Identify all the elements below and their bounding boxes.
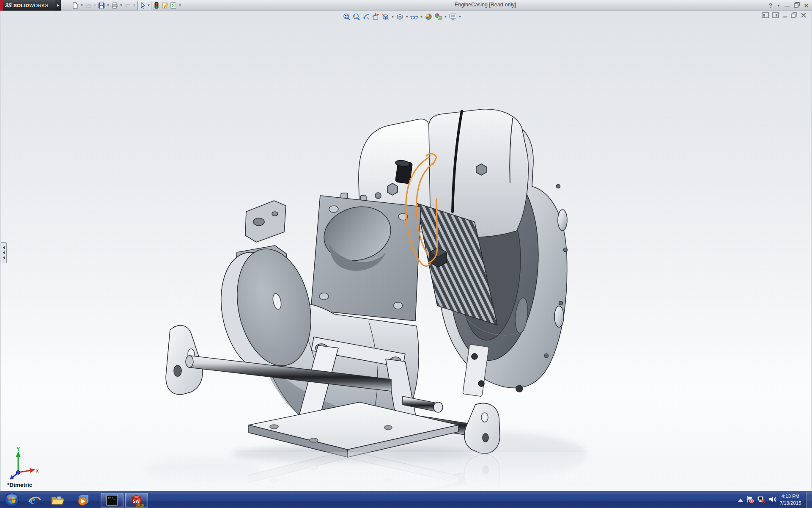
heads-up-view-toolbar: ▼ ▼ ▼ (342, 12, 462, 21)
clock-date: 7/13/2015 (776, 500, 804, 506)
taskbar-item-internet-explorer[interactable]: e (26, 493, 43, 507)
reflection-fade (1, 452, 811, 491)
title-bar: 3S SOLIDWORKS ▶ ▼ ▼ ▼ (0, 0, 812, 11)
doc-minimize-button[interactable] (782, 12, 788, 18)
apply-scene-button[interactable] (434, 12, 443, 21)
zoom-to-fit-button[interactable] (342, 12, 351, 21)
view-orientation-button[interactable] (381, 12, 390, 21)
interference-lights-button[interactable] (152, 1, 161, 10)
checklist-dropdown-icon[interactable]: ▼ (178, 1, 182, 10)
print-dropdown-icon[interactable]: ▼ (119, 1, 123, 10)
save-floppy-icon (98, 2, 105, 9)
checklist-icon (170, 2, 177, 9)
reference-triad: Y x (5, 447, 39, 480)
open-document-button[interactable] (84, 1, 93, 10)
help-dropdown-icon[interactable]: ▼ (776, 1, 781, 10)
window-title: EngineCasing [Read-only] (455, 2, 516, 8)
section-view-icon (372, 13, 380, 21)
desktop: 3S SOLIDWORKS ▶ ▼ ▼ ▼ (0, 0, 812, 508)
save-dropdown-icon[interactable]: ▼ (106, 1, 110, 10)
zoom-to-area-button[interactable] (352, 12, 361, 21)
apply-scene-dropdown-icon[interactable]: ▼ (444, 12, 447, 21)
zoom-to-area-icon (352, 13, 360, 21)
doc-close-button[interactable] (801, 12, 807, 18)
select-cursor-icon (138, 1, 146, 10)
volume-icon[interactable] (768, 495, 776, 505)
solidworks-2015-icon: SW 2015 (129, 493, 144, 508)
show-desktop-button[interactable] (806, 491, 812, 508)
triad-x-label: x (36, 468, 39, 474)
doc-restore-button[interactable] (791, 12, 798, 18)
cmd-prompt-text: C:\_ (108, 497, 116, 500)
app-close-button[interactable]: ✕ (804, 3, 809, 9)
app-minimize-button[interactable]: — (785, 3, 790, 9)
taskbar-clock[interactable]: 4:13 PM 7/13/2015 (776, 493, 804, 507)
media-player-icon (76, 493, 90, 507)
file-properties-button[interactable] (161, 1, 169, 10)
chevron-left-icon (3, 256, 5, 260)
sw-icon-year: 2015 (136, 503, 144, 508)
view-orientation-icon (381, 13, 390, 21)
internet-explorer-icon: e (27, 493, 42, 507)
display-style-icon (396, 13, 404, 21)
display-style-dropdown-icon[interactable]: ▼ (405, 12, 409, 21)
graphics-area[interactable]: ▼ ▼ ▼ (0, 11, 812, 491)
undo-dropdown-icon[interactable]: ▼ (132, 1, 137, 10)
solidworks-logo: 3S SOLIDWORKS (0, 0, 55, 11)
taskbar-item-solidworks-2015[interactable]: SW 2015 (125, 493, 148, 508)
logo-red-strip (0, 0, 3, 11)
hide-show-dropdown-icon[interactable]: ▼ (420, 12, 423, 21)
display-style-button[interactable] (395, 12, 404, 21)
print-button[interactable] (110, 1, 119, 10)
folder-icon (50, 493, 65, 507)
quick-access-toolbar: ▼ ▼ ▼ ▼ (71, 1, 182, 10)
new-dropdown-icon[interactable]: ▼ (80, 1, 84, 10)
previous-view-icon (362, 13, 370, 21)
pane-right-button[interactable] (772, 12, 779, 18)
app-window-controls: ? ▼ — ✕ (769, 1, 809, 10)
document-window-controls (762, 12, 807, 18)
view-settings-dropdown-icon[interactable]: ▼ (458, 12, 462, 21)
network-error-icon[interactable] (757, 495, 765, 505)
windows-start-orb-icon (4, 492, 19, 508)
new-document-button[interactable] (71, 1, 80, 10)
chevron-left-icon (3, 251, 5, 254)
taskbar-item-windows-explorer[interactable] (49, 493, 66, 507)
eyeglasses-icon (410, 13, 419, 21)
taskbar-item-media-player[interactable] (74, 493, 91, 507)
start-button[interactable] (3, 493, 20, 507)
feature-tree-collapsed-tab[interactable] (1, 242, 7, 263)
traffic-light-icon (154, 2, 159, 9)
system-tray (738, 491, 776, 508)
windows-taskbar: e C:\_ (0, 491, 812, 508)
select-dropdown-icon[interactable]: ▼ (146, 1, 151, 10)
section-view-button[interactable] (371, 12, 380, 21)
open-dropdown-icon[interactable]: ▼ (93, 1, 97, 10)
undo-icon (124, 2, 131, 9)
chevron-left-icon (3, 246, 5, 249)
previous-view-button[interactable] (362, 12, 370, 21)
view-orientation-dropdown-icon[interactable]: ▼ (391, 12, 395, 21)
help-button[interactable]: ? (769, 2, 773, 9)
3d-scene[interactable] (1, 11, 811, 491)
hide-show-items-button[interactable] (410, 12, 419, 21)
edit-appearance-button[interactable] (424, 12, 433, 21)
action-center-icon[interactable] (746, 495, 754, 505)
show-hidden-icons-button[interactable] (738, 499, 743, 502)
clock-time: 4:13 PM (776, 493, 804, 500)
app-restore-button[interactable] (794, 2, 800, 9)
ds-logo-glyph: 3S (5, 2, 13, 8)
command-prompt-icon: C:\_ (106, 494, 118, 506)
menu-flyout-arrow-icon[interactable]: ▶ (55, 0, 61, 11)
undo-button[interactable] (123, 1, 132, 10)
view-settings-button[interactable] (448, 12, 457, 21)
pane-left-button[interactable] (762, 12, 769, 18)
triad-y-label: Y (16, 447, 20, 452)
file-properties-icon (162, 2, 169, 9)
new-document-icon (72, 2, 79, 9)
select-tool-button[interactable]: ▼ (137, 1, 151, 10)
design-checklist-button[interactable] (169, 1, 178, 10)
save-button[interactable] (97, 1, 106, 10)
taskbar-item-command-prompt[interactable]: C:\_ (101, 493, 123, 508)
appearance-sphere-icon (425, 13, 433, 21)
